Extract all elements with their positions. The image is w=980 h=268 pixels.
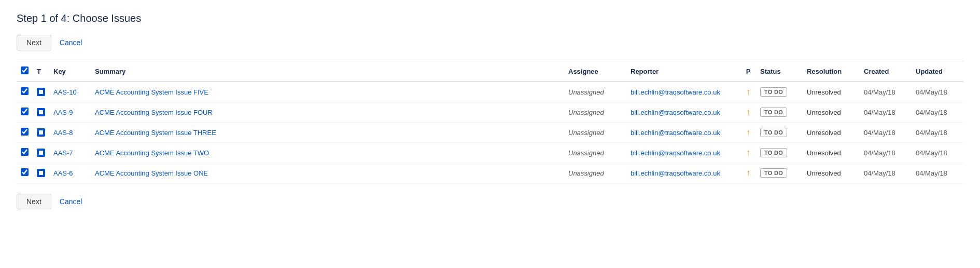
row-assignee: Unassigned — [564, 123, 626, 143]
row-created: 04/May/18 — [860, 102, 912, 123]
header-updated-col: Updated — [912, 61, 963, 82]
issue-summary-link[interactable]: ACME Accounting System Issue FIVE — [95, 88, 208, 96]
header-reporter-col: Reporter — [626, 61, 740, 82]
row-updated: 04/May/18 — [912, 143, 963, 163]
table-row: AAS-7ACME Accounting System Issue TWOUna… — [17, 143, 963, 163]
issue-summary-link[interactable]: ACME Accounting System Issue FOUR — [95, 109, 213, 116]
header-key-col: Key — [49, 61, 91, 82]
next-button-bottom[interactable]: Next — [17, 194, 51, 209]
table-row: AAS-8ACME Accounting System Issue THREEU… — [17, 123, 963, 143]
svg-rect-2 — [39, 130, 43, 135]
issue-key-link[interactable]: AAS-9 — [53, 109, 73, 116]
status-badge: TO DO — [760, 148, 787, 157]
row-priority: ↑ — [740, 82, 756, 102]
table-row: AAS-9ACME Accounting System Issue FOURUn… — [17, 102, 963, 123]
row-updated: 04/May/18 — [912, 123, 963, 143]
priority-icon: ↑ — [746, 108, 750, 117]
bottom-action-row: Next Cancel — [17, 194, 963, 209]
row-assignee: Unassigned — [564, 82, 626, 102]
row-created: 04/May/18 — [860, 123, 912, 143]
svg-rect-4 — [39, 171, 43, 175]
row-priority: ↑ — [740, 123, 756, 143]
table-header-row: T Key Summary Assignee Reporter P Status… — [17, 61, 963, 82]
row-status: TO DO — [756, 123, 803, 143]
priority-icon: ↑ — [746, 87, 750, 97]
reporter-link[interactable]: bill.echlin@traqsoftware.co.uk — [631, 109, 720, 116]
svg-rect-3 — [39, 151, 43, 155]
priority-icon: ↑ — [746, 128, 750, 137]
row-resolution: Unresolved — [803, 163, 860, 183]
status-badge: TO DO — [760, 108, 787, 117]
issue-summary-link[interactable]: ACME Accounting System Issue TWO — [95, 149, 209, 157]
header-priority-col: P — [740, 61, 756, 82]
row-status: TO DO — [756, 163, 803, 183]
header-checkbox-col — [17, 61, 33, 82]
table-row: AAS-10ACME Accounting System Issue FIVEU… — [17, 82, 963, 102]
issue-summary-link[interactable]: ACME Accounting System Issue THREE — [95, 129, 216, 137]
row-assignee: Unassigned — [564, 102, 626, 123]
priority-icon: ↑ — [746, 168, 750, 178]
issue-type-icon — [37, 169, 45, 177]
row-resolution: Unresolved — [803, 143, 860, 163]
reporter-link[interactable]: bill.echlin@traqsoftware.co.uk — [631, 88, 720, 96]
header-resolution-col: Resolution — [803, 61, 860, 82]
reporter-link[interactable]: bill.echlin@traqsoftware.co.uk — [631, 169, 720, 177]
row-updated: 04/May/18 — [912, 163, 963, 183]
row-checkbox[interactable] — [21, 148, 29, 156]
status-badge: TO DO — [760, 128, 787, 137]
issue-summary-link[interactable]: ACME Accounting System Issue ONE — [95, 169, 208, 177]
row-type — [33, 143, 49, 163]
row-updated: 04/May/18 — [912, 102, 963, 123]
cancel-button-top[interactable]: Cancel — [60, 38, 82, 47]
row-type — [33, 102, 49, 123]
row-status: TO DO — [756, 102, 803, 123]
row-created: 04/May/18 — [860, 82, 912, 102]
row-priority: ↑ — [740, 102, 756, 123]
priority-icon: ↑ — [746, 148, 750, 157]
header-type-col: T — [33, 61, 49, 82]
row-created: 04/May/18 — [860, 163, 912, 183]
select-all-checkbox[interactable] — [21, 66, 29, 74]
row-type — [33, 163, 49, 183]
reporter-link[interactable]: bill.echlin@traqsoftware.co.uk — [631, 149, 720, 157]
header-summary-col: Summary — [91, 61, 564, 82]
row-checkbox[interactable] — [21, 87, 29, 95]
issue-key-link[interactable]: AAS-10 — [53, 88, 77, 96]
svg-rect-1 — [39, 110, 43, 114]
row-resolution: Unresolved — [803, 123, 860, 143]
row-resolution: Unresolved — [803, 102, 860, 123]
row-resolution: Unresolved — [803, 82, 860, 102]
row-checkbox[interactable] — [21, 108, 29, 115]
row-created: 04/May/18 — [860, 143, 912, 163]
row-assignee: Unassigned — [564, 143, 626, 163]
issues-table: T Key Summary Assignee Reporter P Status… — [17, 61, 963, 183]
row-status: TO DO — [756, 143, 803, 163]
row-priority: ↑ — [740, 143, 756, 163]
row-assignee: Unassigned — [564, 163, 626, 183]
issue-key-link[interactable]: AAS-8 — [53, 129, 73, 137]
table-row: AAS-6ACME Accounting System Issue ONEUna… — [17, 163, 963, 183]
row-priority: ↑ — [740, 163, 756, 183]
header-created-col: Created — [860, 61, 912, 82]
issue-key-link[interactable]: AAS-7 — [53, 149, 73, 157]
row-checkbox[interactable] — [21, 128, 29, 136]
header-status-col: Status — [756, 61, 803, 82]
page-title: Step 1 of 4: Choose Issues — [17, 12, 963, 24]
header-assignee-col: Assignee — [564, 61, 626, 82]
row-type — [33, 123, 49, 143]
issue-type-icon — [37, 149, 45, 157]
status-badge: TO DO — [760, 168, 787, 178]
status-badge: TO DO — [760, 87, 787, 97]
next-button-top[interactable]: Next — [17, 35, 51, 50]
row-type — [33, 82, 49, 102]
top-action-row: Next Cancel — [17, 35, 963, 50]
row-updated: 04/May/18 — [912, 82, 963, 102]
issue-type-icon — [37, 128, 45, 137]
issue-key-link[interactable]: AAS-6 — [53, 169, 73, 177]
reporter-link[interactable]: bill.echlin@traqsoftware.co.uk — [631, 129, 720, 137]
row-status: TO DO — [756, 82, 803, 102]
issue-type-icon — [37, 88, 45, 96]
svg-rect-0 — [39, 90, 43, 94]
row-checkbox[interactable] — [21, 168, 29, 176]
cancel-button-bottom[interactable]: Cancel — [60, 197, 82, 206]
